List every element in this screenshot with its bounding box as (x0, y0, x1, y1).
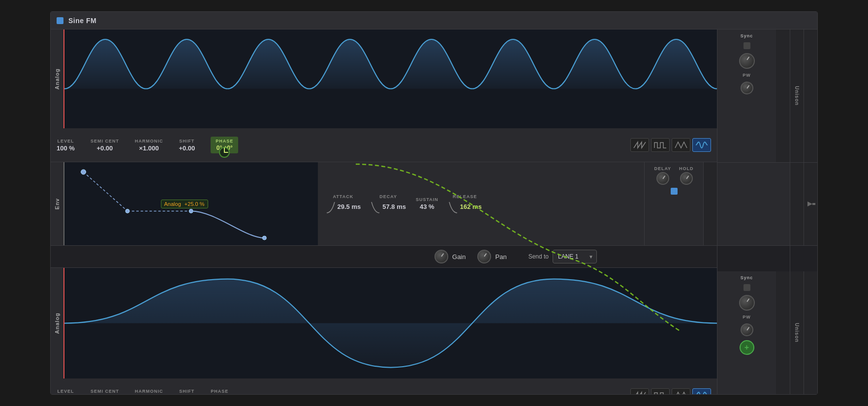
pan-label: Pan (495, 253, 506, 261)
env-delay-label: DELAY (654, 166, 671, 171)
osc1-level-group: LEVEL 100 % (57, 139, 75, 152)
env-hold-knob[interactable] (680, 172, 693, 185)
osc1-semi-cent-group: SEMI CENT +0.00 (91, 139, 119, 152)
osc2-phase-label: PHASE (211, 389, 228, 394)
osc1-label-text: Analog (54, 68, 60, 89)
arrow-right-icon (806, 199, 816, 209)
osc2-triangle-wave-button[interactable] (672, 388, 690, 394)
osc2-saw-wave-icon (633, 391, 647, 394)
main-content: Analog (51, 29, 817, 394)
gain-label: Gain (452, 253, 465, 261)
phase-indicator-icon (218, 146, 230, 158)
osc1-semi-cent-value[interactable]: +0.00 (96, 145, 113, 152)
env-right-panel: DELAY HOLD (644, 162, 703, 245)
osc2-pw-knob[interactable] (741, 323, 753, 336)
sine-wave-button[interactable] (692, 138, 711, 152)
osc1-sync-knob[interactable] (739, 53, 755, 69)
env-decay-value[interactable]: 57.8 ms (382, 203, 406, 210)
osc1-waveform-display[interactable] (64, 29, 717, 128)
osc1-sync-label: Sync (741, 33, 753, 38)
decay-curve-icon (371, 200, 380, 214)
send-to-dropdown[interactable]: LANE 1 ▼ (553, 250, 597, 263)
title-icon[interactable] (57, 17, 63, 24)
osc1-harmonic-label: HARMONIC (135, 139, 163, 144)
osc1-phase-group[interactable]: PHASE 0° ±0° (211, 137, 238, 153)
osc1-harmonic-value[interactable]: ×1.000 (139, 145, 159, 152)
env-unison-panel (790, 162, 804, 246)
release-curve-icon (448, 200, 458, 214)
osc1-level-value[interactable]: 100 % (57, 145, 75, 152)
osc2-harmonic-group: HARMONIC ×1.000 (135, 389, 163, 395)
square-wave-button[interactable] (651, 138, 670, 152)
osc1-arrow-area (804, 29, 817, 162)
osc1-lane-content: Analog (51, 29, 717, 128)
osc2-label-text: Analog (54, 313, 60, 334)
osc2-arrow-area (804, 271, 817, 394)
osc1-waveform-svg (64, 29, 717, 128)
osc2-waveform-display[interactable] (64, 268, 717, 378)
env-controls-area: ATTACK 29.5 ms DECAY (318, 162, 644, 245)
svg-point-4 (262, 236, 266, 240)
osc2-right-panel: Sync PW + (717, 271, 776, 394)
add-modulation-button[interactable]: + (740, 340, 754, 355)
osc2-sync-knob[interactable] (739, 295, 755, 311)
osc2-unison-area: Unison (790, 271, 817, 394)
env-sustain-group: SUSTAIN 43 % (416, 197, 438, 210)
osc1-shift-group: SHIFT +0.00 (179, 139, 195, 152)
osc2-level-label: LEVEL (57, 389, 74, 394)
plugin-container: Sine FM Analog (50, 11, 818, 395)
env-decay-group: DECAY 57.8 ms (371, 194, 406, 214)
osc2-shift-label: SHIFT (179, 389, 194, 394)
title-bar: Sine FM (51, 12, 817, 29)
env-lane: Env Analog (51, 162, 717, 246)
env-release-value[interactable]: 162 ms (460, 203, 482, 210)
osc2-lane-content: Analog (51, 268, 717, 378)
env-out-panel (703, 162, 717, 245)
gain-knob[interactable] (434, 250, 448, 263)
output-row-right-space (717, 246, 790, 271)
osc1-sync-toggle[interactable] (744, 42, 750, 49)
osc2-square-wave-button[interactable] (651, 388, 670, 394)
square-wave-icon (653, 141, 667, 149)
env-toggle[interactable] (671, 188, 678, 195)
osc1-harmonic-group: HARMONIC ×1.000 (135, 139, 163, 152)
attack-curve-icon (326, 200, 336, 214)
osc1-unison-panel: Unison (790, 29, 804, 162)
osc1-level-label: LEVEL (57, 139, 74, 144)
env-attack-label: ATTACK (333, 194, 354, 199)
send-to-label: Send to (528, 253, 549, 260)
saw-wave-button[interactable] (630, 138, 649, 152)
env-sustain-value[interactable]: 43 % (420, 203, 434, 210)
env-release-label: RELEASE (453, 194, 477, 199)
osc2-sine-wave-button[interactable] (692, 388, 711, 394)
triangle-wave-button[interactable] (672, 138, 690, 152)
env-attack-value[interactable]: 29.5 ms (338, 203, 361, 210)
env-graph-area[interactable]: Analog +25.0 % (64, 162, 318, 245)
env-right-side (717, 162, 790, 246)
osc2-unison-label: Unison (794, 323, 800, 343)
osc1-pw-knob[interactable] (741, 82, 753, 94)
osc2-lane-label: Analog (51, 268, 64, 378)
osc2-saw-wave-button[interactable] (630, 388, 649, 394)
gain-pan-group: Gain Pan (434, 250, 507, 263)
osc2-sync-label: Sync (741, 275, 753, 280)
osc2-waveform-buttons (630, 388, 711, 394)
osc2-sync-toggle[interactable] (744, 284, 750, 291)
out-arrow-panel (804, 162, 817, 246)
osc1-unison-area: Unison (790, 29, 817, 162)
osc2-harmonic-label: HARMONIC (135, 389, 163, 394)
send-to-value: LANE 1 (558, 253, 578, 260)
osc2-semi-cent-label: SEMI CENT (91, 389, 119, 394)
env-analog-value: +25.0 % (185, 201, 205, 207)
osc1-lane-label: Analog (51, 29, 64, 128)
pan-knob[interactable] (477, 250, 491, 263)
env-sustain-label: SUSTAIN (416, 197, 438, 202)
env-delay-group: DELAY (654, 166, 671, 185)
osc2-square-wave-icon (653, 391, 667, 394)
env-delay-knob[interactable] (656, 172, 669, 185)
env-analog-label: Analog (164, 201, 181, 207)
osc1-shift-value[interactable]: +0.00 (179, 145, 195, 152)
osc2-semi-cent-group: SEMI CENT +0.00 (91, 389, 119, 395)
osc2-shift-group: SHIFT +0.00 (179, 389, 195, 395)
osc2-controls: LEVEL 100 % SEMI CENT +0.00 HARMONIC ×1.… (51, 378, 717, 394)
